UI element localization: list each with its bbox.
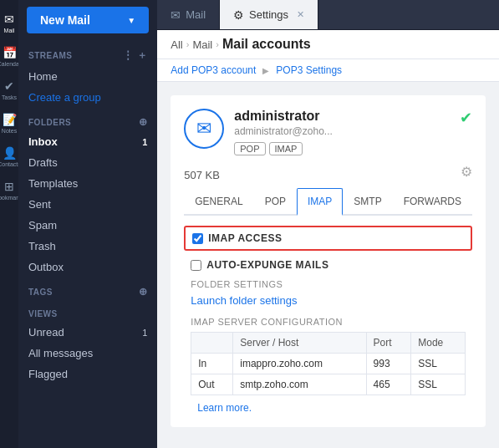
account-info: administrator administrator@zoho... POP … [234,109,450,155]
settings-tabs: GENERAL POP IMAP SMTP FORWARDS [184,188,472,216]
verified-checkmark: ✔ [460,109,472,127]
sidebar-item-spam[interactable]: Spam [18,215,157,236]
tab-bar: ✉ Mail ⚙ Settings ✕ [157,0,499,30]
folders-section: FOLDERS ⊕ [18,108,157,131]
tab-forwards[interactable]: FORWARDS [393,188,472,216]
account-name: administrator [234,109,450,124]
tasks-icon: ✔ [4,79,14,93]
action-bar-arrow: ▶ [262,66,269,75]
pop-badge: POP [234,142,265,155]
sidebar-create-group[interactable]: Create a group [18,87,157,108]
account-header: ✉ administrator administrator@zoho... PO… [184,109,472,155]
sidebar-item-all-messages[interactable]: All messages [18,343,157,364]
row-direction-in: In [191,354,233,374]
row-port-in: 993 [366,354,411,374]
sidebar-item-templates[interactable]: Templates [18,173,157,194]
calendar-icon: 📅 [3,46,17,59]
streams-section: STREAMS ⋮ ＋ [18,40,157,66]
server-config-title: IMAP SERVER CONFIGURATION [191,317,466,327]
contacts-icon: 👤 [3,146,17,160]
sidebar-item-mail[interactable]: ✉ Mail [0,7,18,38]
row-direction-out: Out [191,374,233,395]
imap-badge: IMAP [269,142,303,155]
sidebar-item-unread[interactable]: Unread 1 [18,322,157,343]
launch-folder-settings-link[interactable]: Launch folder settings [191,294,297,307]
gear-icon[interactable]: ⚙ [461,164,472,180]
col-mode: Mode [411,333,466,354]
account-size: 507 KB [184,169,220,181]
breadcrumb-all[interactable]: All [171,38,182,51]
close-tab-icon[interactable]: ✕ [297,9,304,20]
folder-settings-section: FOLDER SETTINGS Launch folder settings [184,279,472,307]
streams-actions[interactable]: ⋮ ＋ [123,48,147,63]
col-host: Server / Host [233,333,366,354]
tab-general[interactable]: GENERAL [184,188,253,216]
table-row: Out smtp.zoho.com 465 SSL [191,374,466,395]
icon-bar: ✉ Mail 📅 Calendar ✔ Tasks 📝 Notes 👤 Cont… [0,0,18,448]
sidebar: New Mail ▼ STREAMS ⋮ ＋ Home Create a gro… [18,0,157,448]
breadcrumb-chevron1: › [186,39,190,49]
sidebar-item-notes[interactable]: 📝 Notes [0,107,18,139]
sidebar-item-drafts[interactable]: Drafts [18,152,157,173]
account-card: ✉ administrator administrator@zoho... PO… [171,95,486,427]
imap-access-row: IMAP ACCESS [184,226,472,251]
tags-actions[interactable]: ⊕ [139,286,148,298]
content-area: ✉ administrator administrator@zoho... PO… [157,82,499,448]
tab-pop[interactable]: POP [254,188,297,216]
sidebar-item-flagged[interactable]: Flagged [18,364,157,384]
sidebar-item-outbox[interactable]: Outbox [18,257,157,277]
sidebar-item-tasks[interactable]: ✔ Tasks [0,74,18,105]
chevron-down-icon: ▼ [127,16,135,25]
row-mode-in: SSL [411,354,466,374]
account-avatar: ✉ [184,109,224,149]
col-port: Port [366,333,411,354]
row-mode-out: SSL [411,374,466,395]
row-host-in: imappro.zoho.com [233,354,366,374]
settings-tab-icon: ⚙ [233,8,244,22]
auto-expunge-label[interactable]: AUTO-EXPUNGE MAILS [191,259,328,271]
table-row: In imappro.zoho.com 993 SSL [191,354,466,374]
imap-access-label[interactable]: IMAP ACCESS [192,232,282,244]
sidebar-item-contacts[interactable]: 👤 Contacts [0,140,18,172]
sidebar-item-sent[interactable]: Sent [18,194,157,215]
mail-icon: ✉ [4,13,14,26]
auto-expunge-row: AUTO-EXPUNGE MAILS [184,259,472,271]
bookmarks-icon: ⊞ [4,180,14,193]
imap-access-checkbox[interactable] [192,233,203,244]
new-mail-button[interactable]: New Mail ▼ [27,7,149,33]
folder-settings-title: FOLDER SETTINGS [191,279,466,289]
col-direction [191,333,233,354]
auto-expunge-checkbox[interactable] [191,260,201,271]
tab-mail[interactable]: ✉ Mail [157,0,220,29]
row-host-out: smtp.zoho.com [233,374,366,395]
main-content: ✉ Mail ⚙ Settings ✕ All › Mail › Mail ac… [157,0,499,448]
breadcrumb-current: Mail accounts [222,37,311,52]
tags-section: TAGS ⊕ [18,277,157,301]
account-badges: POP IMAP [234,142,450,155]
new-mail-label: New Mail [40,13,90,27]
sidebar-item-trash[interactable]: Trash [18,236,157,257]
notes-icon: 📝 [3,113,17,126]
sidebar-item-inbox[interactable]: Inbox 1 [18,131,157,152]
tab-settings[interactable]: ⚙ Settings ✕ [220,0,318,29]
action-bar: Add POP3 account ▶ POP3 Settings [157,59,499,82]
sidebar-item-bookmarks[interactable]: ⊞ Bookmarks [0,174,18,206]
folders-actions[interactable]: ⊕ [139,116,148,128]
learn-more-link[interactable]: Learn more. [191,402,466,414]
pop3-settings-link[interactable]: POP3 Settings [276,64,342,76]
server-table: Server / Host Port Mode In imappro.zoho.… [191,332,466,395]
server-config-section: IMAP SERVER CONFIGURATION Server / Host … [184,317,472,414]
add-pop3-link[interactable]: Add POP3 account [171,64,256,76]
tab-imap[interactable]: IMAP [297,188,343,216]
mail-tab-icon: ✉ [171,8,181,22]
account-email: administrator@zoho... [234,125,450,137]
sidebar-item-calendar[interactable]: 📅 Calendar [0,40,18,72]
tab-smtp[interactable]: SMTP [343,188,392,216]
breadcrumb-mail[interactable]: Mail [192,38,212,51]
breadcrumb-chevron2: › [216,39,219,49]
views-section: VIEWS [18,301,157,322]
sidebar-item-home[interactable]: Home [18,66,157,87]
breadcrumb: All › Mail › Mail accounts [157,30,499,59]
row-port-out: 465 [366,374,411,395]
envelope-icon: ✉ [196,118,211,140]
